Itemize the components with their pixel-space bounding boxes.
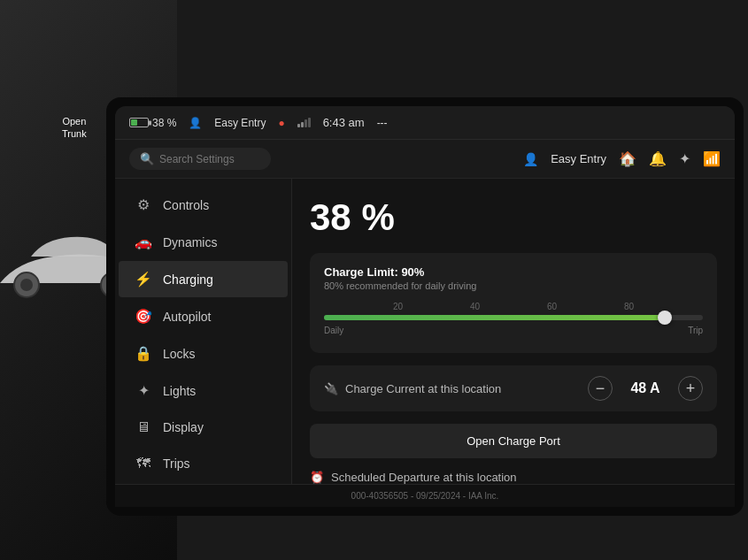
open-trunk-label[interactable]: Open Trunk: [62, 115, 87, 141]
bottom-bar: 000-40356505 - 09/25/2024 - IAA Inc.: [115, 484, 735, 507]
display-icon: 🖥: [135, 419, 152, 435]
charge-limit-card: Charge Limit: 90% 80% recommended for da…: [310, 253, 717, 353]
sidebar-label-lights: Lights: [163, 384, 196, 398]
current-value: 48 A: [623, 380, 667, 396]
bluetooth-icon: ✦: [679, 150, 690, 167]
sub-header-right: 👤 Easy Entry 🏠 🔔 ✦ 📶: [523, 150, 721, 167]
time-display: 6:43 am: [323, 116, 365, 129]
record-dot: ●: [278, 117, 284, 129]
trip-label: Trip: [688, 326, 703, 335]
trips-icon: 🗺: [135, 456, 152, 472]
easy-entry-sub[interactable]: Easy Entry: [551, 152, 606, 165]
battery-status: 38 %: [129, 117, 176, 129]
sidebar-item-lights[interactable]: ✦ Lights: [119, 372, 288, 409]
main-screen: 38 % 👤 Easy Entry ● 6:43 am --- 🔍 Search…: [115, 106, 735, 507]
charging-icon: ⚡: [135, 271, 152, 288]
charge-limit-title: Charge Limit: 90%: [324, 265, 703, 279]
content-area: 38 % Charge Limit: 90% 80% recommended f…: [292, 179, 735, 507]
sidebar-item-controls[interactable]: ⚙ Controls: [119, 187, 288, 223]
sidebar-item-locks[interactable]: 🔒 Locks: [119, 335, 288, 372]
slider-bottom-labels: Daily Trip: [324, 326, 703, 335]
sidebar-item-dynamics[interactable]: 🚗 Dynamics: [119, 224, 288, 260]
autopilot-icon: 🎯: [135, 308, 152, 325]
main-content: ⚙ Controls 🚗 Dynamics ⚡ Charging 🎯 Autop…: [115, 179, 735, 507]
search-placeholder: Search Settings: [159, 153, 235, 165]
search-box[interactable]: 🔍 Search Settings: [129, 148, 271, 170]
locks-icon: 🔒: [135, 345, 152, 362]
wifi-icon: 📶: [703, 150, 721, 167]
home-icon: 🏠: [619, 150, 636, 167]
sub-header: 🔍 Search Settings 👤 Easy Entry 🏠 🔔 ✦ 📶: [115, 140, 735, 179]
signal-icon: [297, 118, 311, 127]
profile-icon-area: 👤: [189, 117, 202, 129]
status-dashes: ---: [377, 117, 388, 129]
charge-current-label: 🔌 Charge Current at this location: [324, 382, 501, 395]
sidebar-label-dynamics: Dynamics: [163, 235, 217, 249]
sidebar-label-display: Display: [163, 420, 204, 434]
dynamics-icon: 🚗: [135, 234, 152, 250]
footer-text: 000-40356505 - 09/25/2024 - IAA Inc.: [351, 491, 499, 501]
sidebar: ⚙ Controls 🚗 Dynamics ⚡ Charging 🎯 Autop…: [115, 179, 292, 507]
profile-name[interactable]: Easy Entry: [214, 117, 266, 129]
slider-labels: 20 40 60 80: [324, 302, 703, 311]
bell-icon: 🔔: [649, 150, 667, 167]
decrease-current-button[interactable]: −: [588, 376, 613, 401]
plug-icon: 🔌: [324, 382, 338, 395]
daily-label: Daily: [324, 326, 343, 335]
sidebar-label-controls: Controls: [163, 198, 209, 212]
person-icon: 👤: [189, 117, 202, 129]
sidebar-label-locks: Locks: [163, 347, 196, 361]
charge-current-row: 🔌 Charge Current at this location − 48 A…: [310, 365, 717, 411]
sidebar-label-autopilot: Autopilot: [163, 310, 211, 324]
battery-icon: [129, 118, 149, 127]
sidebar-item-charging[interactable]: ⚡ Charging: [119, 261, 288, 297]
status-bar: 38 % 👤 Easy Entry ● 6:43 am ---: [115, 106, 735, 140]
alarm-icon: ⏰: [310, 471, 324, 484]
charge-limit-subtitle: 80% recommended for daily driving: [324, 280, 703, 291]
sidebar-item-display[interactable]: 🖥 Display: [119, 410, 288, 445]
person-icon-2: 👤: [523, 152, 538, 166]
sidebar-label-charging: Charging: [163, 272, 213, 287]
battery-percent-main: 38 %: [310, 196, 717, 239]
lights-icon: ✦: [135, 382, 152, 399]
battery-percent-label: 38 %: [152, 117, 176, 129]
search-icon: 🔍: [140, 152, 154, 165]
svg-point-1: [20, 279, 33, 291]
sidebar-item-trips[interactable]: 🗺 Trips: [119, 446, 288, 481]
slider-fill: [324, 315, 665, 320]
scheduled-departure-header: ⏰ Scheduled Departure at this location: [310, 471, 717, 484]
slider-thumb[interactable]: [658, 311, 672, 325]
sidebar-label-trips: Trips: [163, 456, 190, 471]
sidebar-item-autopilot[interactable]: 🎯 Autopilot: [119, 298, 288, 334]
charge-current-control: − 48 A +: [588, 376, 703, 401]
charge-slider-track[interactable]: [324, 315, 703, 320]
open-charge-port-button[interactable]: Open Charge Port: [310, 424, 717, 458]
controls-icon: ⚙: [135, 196, 152, 213]
charge-slider-container: 20 40 60 80 Daily Trip: [324, 302, 703, 335]
increase-current-button[interactable]: +: [678, 376, 703, 401]
